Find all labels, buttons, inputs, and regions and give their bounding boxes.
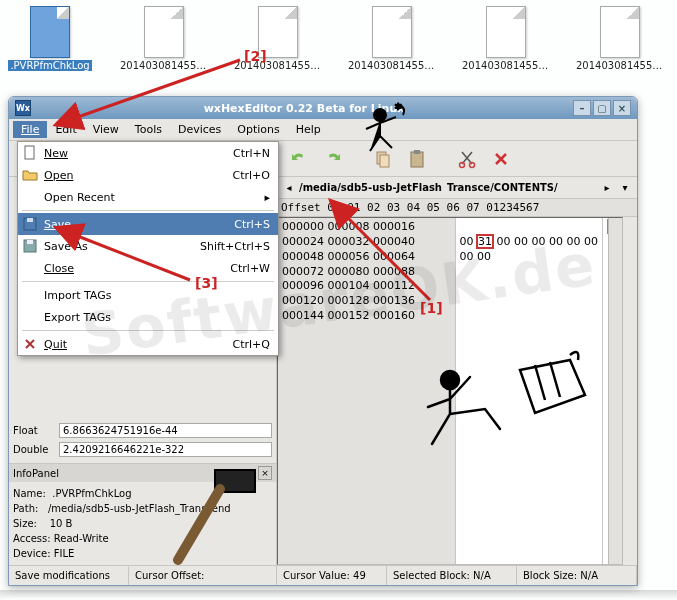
menu-separator (22, 330, 274, 331)
menu-separator (22, 210, 274, 211)
desktop-file[interactable]: 20140308145501.mdb (466, 6, 546, 71)
save-icon (22, 216, 38, 232)
svg-rect-11 (380, 155, 389, 167)
maximize-button[interactable]: ▢ (593, 100, 611, 116)
offset-column: 000000 000008 000016 000024 000032 00004… (278, 218, 456, 564)
statusbar: Save modifications Cursor Offset: Cursor… (9, 565, 637, 585)
selected-byte[interactable]: 31 (477, 235, 493, 248)
desktop-file[interactable]: 20140308145501.nta (580, 6, 660, 71)
float-field-row: Float (9, 421, 276, 440)
svg-rect-0 (25, 146, 34, 159)
menu-new[interactable]: NewCtrl+N (18, 142, 278, 164)
close-button[interactable]: × (613, 100, 631, 116)
tb-undo-icon[interactable] (285, 145, 313, 173)
titlebar[interactable]: Wx wxHexEditor 0.22 Beta for Linux – ▢ × (9, 97, 637, 119)
quit-icon (22, 336, 38, 352)
save-as-icon (22, 238, 38, 254)
tb-delete-icon[interactable] (487, 145, 515, 173)
menubar: File Edit View Tools Devices Options Hel… (9, 119, 637, 141)
menu-options[interactable]: Options (229, 121, 287, 138)
tb-copy-icon[interactable] (369, 145, 397, 173)
menu-help[interactable]: Help (288, 121, 329, 138)
svg-rect-4 (27, 240, 33, 244)
menu-import-tags[interactable]: Import TAGs (18, 284, 278, 306)
ip-path: /media/sdb5-usb-JetFlash_Transcend (48, 503, 231, 514)
app-window: Wx wxHexEditor 0.22 Beta for Linux – ▢ ×… (8, 96, 638, 586)
new-doc-icon (22, 145, 38, 161)
double-label: Double (13, 444, 55, 455)
menu-export-tags[interactable]: Export TAGs (18, 306, 278, 328)
info-panel: InfoPanel × Name: .PVRPfmChkLog Path: /m… (9, 463, 276, 565)
double-input[interactable] (59, 442, 272, 457)
svg-rect-2 (27, 218, 33, 222)
status-selected-block: Selected Block: N/A (387, 566, 517, 585)
menu-open[interactable]: OpenCtrl+O (18, 164, 278, 186)
menu-separator (22, 281, 274, 282)
tb-cut-icon[interactable] (453, 145, 481, 173)
path-next-icon[interactable]: ▸ (599, 182, 615, 193)
menu-save[interactable]: SaveCtrl+S (18, 213, 278, 235)
path-prev-icon[interactable]: ◂ (281, 182, 297, 193)
svg-rect-12 (411, 152, 423, 167)
svg-rect-13 (414, 150, 420, 154)
menu-view[interactable]: View (85, 121, 127, 138)
ip-device: FILE (54, 548, 75, 559)
vertical-scrollbar[interactable] (608, 218, 622, 564)
folder-open-icon (22, 167, 38, 183)
float-label: Float (13, 425, 55, 436)
tb-redo-icon[interactable] (319, 145, 347, 173)
desktop-file-row: .PVRPfmChkLog 20140308145501.ckf 2014030… (0, 0, 677, 77)
ip-size: 10 B (50, 518, 73, 529)
file-menu-dropdown: NewCtrl+N OpenCtrl+O Open Recent▸ SaveCt… (17, 141, 279, 356)
menu-save-as[interactable]: Save AsShift+Ctrl+S (18, 235, 278, 257)
menu-devices[interactable]: Devices (170, 121, 229, 138)
tb-paste-icon[interactable] (403, 145, 431, 173)
status-block-size: Block Size: N/A (517, 566, 637, 585)
minimize-button[interactable]: – (573, 100, 591, 116)
ip-name-label: Name: (13, 488, 46, 499)
ip-path-label: Path: (13, 503, 38, 514)
hex-panel: ◂ /media/sdb5-usb-JetFlash_Transce/CONTE… (277, 177, 637, 565)
path-dropdown-icon[interactable]: ▾ (617, 182, 633, 193)
svg-point-15 (470, 162, 475, 167)
ip-size-label: Size: (13, 518, 37, 529)
info-panel-close-icon[interactable]: × (258, 466, 272, 480)
desktop-file[interactable]: .PVRPfmChkLog (10, 6, 90, 71)
menu-edit[interactable]: Edit (47, 121, 84, 138)
ip-device-label: Device: (13, 548, 51, 559)
float-input[interactable] (59, 423, 272, 438)
desktop-file[interactable]: 20140308145501.enc (238, 6, 318, 71)
double-field-row: Double (9, 440, 276, 459)
ip-name: .PVRPfmChkLog (52, 488, 131, 499)
status-save: Save modifications (9, 566, 129, 585)
info-panel-title: InfoPanel (13, 468, 59, 479)
menu-open-recent[interactable]: Open Recent▸ (18, 186, 278, 208)
menu-tools[interactable]: Tools (127, 121, 170, 138)
app-icon: Wx (15, 100, 31, 116)
status-cursor-value: Cursor Value: 49 (277, 566, 387, 585)
file-path: /media/sdb5-usb-JetFlash_Transce/CONTENT… (299, 182, 597, 193)
status-cursor-offset: Cursor Offset: (129, 566, 277, 585)
hex-header: Offset 00 01 02 03 04 05 06 07 01234567 (277, 199, 637, 217)
menu-close[interactable]: CloseCtrl+W (18, 257, 278, 279)
ip-access-label: Access: (13, 533, 51, 544)
menu-quit[interactable]: QuitCtrl+Q (18, 333, 278, 355)
desktop-file[interactable]: 20140308145501.ckf (124, 6, 204, 71)
window-title: wxHexEditor 0.22 Beta for Linux (37, 102, 571, 115)
ip-access: Read-Write (54, 533, 109, 544)
desktop-file[interactable]: 20140308145501.inf (352, 6, 432, 71)
svg-point-14 (460, 162, 465, 167)
menu-file[interactable]: File (13, 121, 47, 138)
hex-data[interactable]: 00 31 00 00 00 00 00 00 00 00 (456, 218, 602, 564)
hex-editor[interactable]: 000000 000008 000016 000024 000032 00004… (277, 217, 623, 565)
